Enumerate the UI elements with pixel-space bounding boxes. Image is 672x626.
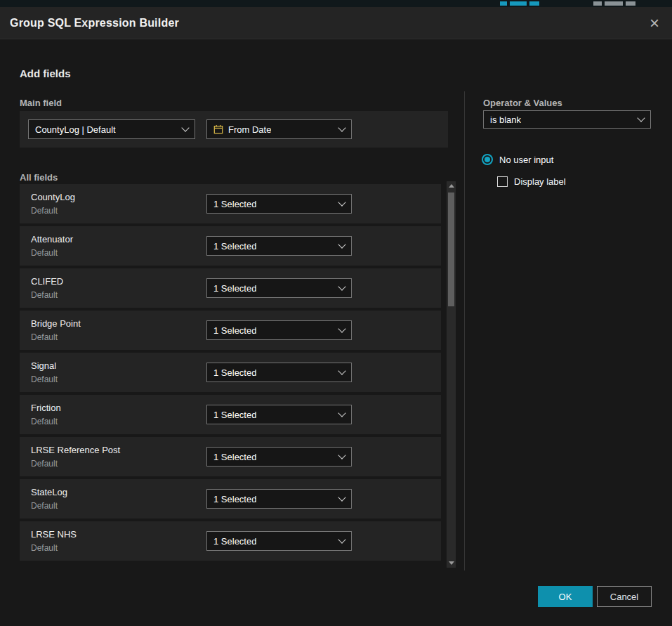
field-selection-dropdown[interactable]: 1 Selected	[206, 489, 352, 509]
chevron-down-icon	[338, 240, 345, 248]
field-row: CountyLog Default 1 Selected	[20, 184, 441, 223]
field-selection-dropdown[interactable]: 1 Selected	[206, 236, 352, 256]
screen: Group SQL Expression Builder × Add field…	[0, 0, 672, 626]
main-field-panel: CountyLog | Default From Date	[20, 111, 448, 148]
all-fields-list: CountyLog Default 1 Selected Attenuator …	[20, 184, 441, 563]
field-selection-dropdown[interactable]: 1 Selected	[206, 363, 352, 382]
calendar-icon	[213, 124, 223, 134]
field-dropdown-value: From Date	[228, 124, 271, 135]
operator-values-heading: Operator & Values	[483, 98, 562, 108]
field-selection-dropdown[interactable]: 1 Selected	[206, 194, 352, 214]
ok-button[interactable]: OK	[538, 586, 593, 607]
add-fields-heading: Add fields	[20, 67, 71, 79]
chevron-down-icon	[338, 325, 345, 332]
scrollbar-thumb[interactable]	[448, 193, 454, 306]
radio-selected-icon	[482, 154, 493, 165]
field-row: CLIFED Default 1 Selected	[20, 268, 441, 308]
chevron-down-icon	[338, 282, 345, 290]
scroll-down-icon[interactable]	[447, 559, 456, 568]
field-selection-dropdown[interactable]: 1 Selected	[206, 320, 352, 340]
background-glimpse-fragment	[510, 1, 527, 6]
field-selection-dropdown[interactable]: 1 Selected	[206, 531, 352, 551]
operator-dropdown[interactable]: is blank	[483, 110, 651, 129]
background-app-glimpse	[0, 0, 672, 7]
field-row: Signal Default 1 Selected	[20, 353, 441, 392]
field-selection-dropdown[interactable]: 1 Selected	[206, 447, 352, 467]
field-selection-dropdown[interactable]: 1 Selected	[206, 405, 352, 424]
display-label-checkbox[interactable]: Display label	[497, 176, 566, 187]
background-glimpse-fragment	[500, 1, 507, 6]
field-selection-value: 1 Selected	[213, 452, 256, 462]
field-dropdown[interactable]: From Date	[206, 119, 352, 139]
chevron-down-icon	[338, 451, 345, 459]
field-selection-value: 1 Selected	[213, 199, 256, 209]
field-row: Friction Default 1 Selected	[20, 395, 441, 434]
field-selection-value: 1 Selected	[213, 536, 256, 547]
vertical-divider	[464, 91, 465, 570]
field-selection-value: 1 Selected	[213, 410, 256, 420]
chevron-down-icon	[181, 124, 189, 131]
group-sql-expression-builder-dialog: Group SQL Expression Builder × Add field…	[0, 7, 672, 626]
field-selection-value: 1 Selected	[213, 494, 256, 504]
cancel-button[interactable]: Cancel	[597, 586, 652, 607]
chevron-down-icon	[338, 367, 345, 374]
chevron-down-icon	[637, 114, 645, 122]
dialog-titlebar: Group SQL Expression Builder ×	[0, 7, 672, 39]
chevron-down-icon	[338, 124, 345, 131]
chevron-down-icon	[338, 493, 345, 501]
field-row: LRSE NHS Default 1 Selected	[20, 521, 441, 561]
background-glimpse-fragment	[626, 1, 635, 6]
no-user-input-radio[interactable]: No user input	[482, 154, 553, 165]
background-glimpse-fragment	[605, 1, 623, 6]
chevron-down-icon	[338, 409, 345, 417]
background-glimpse-fragment	[593, 1, 602, 6]
no-user-input-label: No user input	[499, 155, 553, 165]
display-label-text: Display label	[514, 176, 566, 187]
layer-dropdown-value: CountyLog | Default	[35, 124, 116, 135]
main-field-label: Main field	[20, 98, 62, 108]
chevron-down-icon	[338, 535, 345, 543]
field-selection-value: 1 Selected	[213, 241, 256, 252]
chevron-down-icon	[338, 198, 345, 206]
dialog-title: Group SQL Expression Builder	[10, 17, 179, 30]
layer-dropdown[interactable]: CountyLog | Default	[28, 119, 195, 139]
field-selection-value: 1 Selected	[213, 367, 256, 378]
field-selection-dropdown[interactable]: 1 Selected	[206, 278, 352, 298]
checkbox-unchecked-icon	[497, 176, 508, 187]
operator-dropdown-value: is blank	[490, 115, 521, 125]
all-fields-label: All fields	[20, 172, 58, 183]
scroll-up-icon[interactable]	[447, 181, 456, 190]
field-selection-value: 1 Selected	[213, 325, 256, 336]
scrollbar[interactable]	[447, 181, 456, 568]
field-row: Bridge Point Default 1 Selected	[20, 311, 441, 350]
field-row: StateLog Default 1 Selected	[20, 479, 441, 519]
background-glimpse-fragment	[529, 1, 539, 6]
field-row: Attenuator Default 1 Selected	[20, 226, 441, 266]
close-icon[interactable]: ×	[647, 15, 662, 32]
field-row: LRSE Reference Post Default 1 Selected	[20, 437, 441, 476]
field-selection-value: 1 Selected	[213, 283, 256, 294]
